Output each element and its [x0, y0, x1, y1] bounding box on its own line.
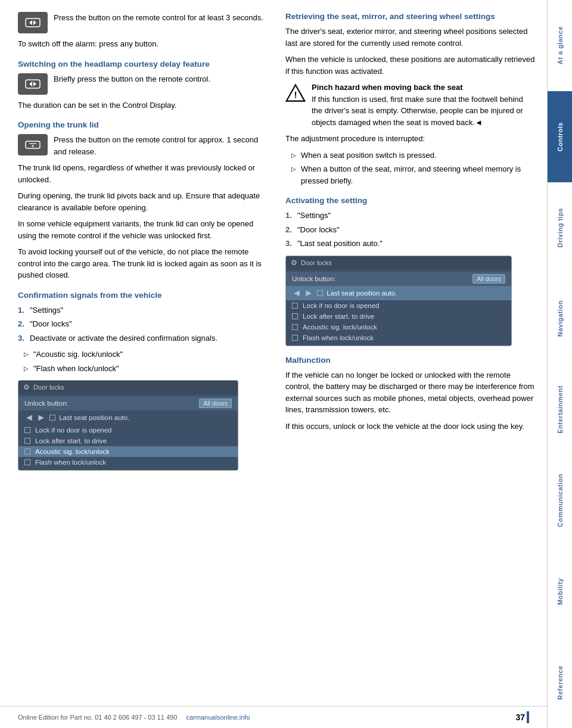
activating-steps: 1. "Settings" 2. "Door locks" 3. "Last s…: [285, 210, 535, 250]
sidebar-label-navigation: Navigation: [557, 300, 564, 337]
sidebar-item-controls[interactable]: Controls: [548, 91, 572, 182]
confirmation-step-3: 3. Deactivate or activate the desired co…: [18, 332, 268, 344]
page-number: 37: [515, 713, 525, 722]
screen-right-title-bar: ⚙ Door locks: [286, 256, 511, 269]
checkbox-3: [24, 449, 30, 455]
screen-left-body: Unlock button: All doors ◄ ► Last seat p…: [18, 394, 238, 470]
nav-arrows-left: ◄ ►: [24, 412, 46, 423]
svg-text:!: !: [294, 90, 297, 100]
r-checkbox-2: [292, 313, 298, 319]
trunk-instruction-text: Press the button on the remote control f…: [54, 134, 268, 157]
confirmation-bullet-2: "Flash when lock/unlock": [24, 363, 268, 375]
headlamp-section-title: Switching on the headlamp courtesy delay…: [18, 60, 268, 69]
confirmation-step-1: 1. "Settings": [18, 304, 268, 316]
confirmation-step-2: 2. "Door locks": [18, 318, 268, 330]
confirmation-section-title: Confirmation signals from the vehicle: [18, 291, 268, 300]
alarm-off-text: To switch off the alarm: press any butto…: [18, 38, 268, 50]
screen-right-unlock-row: Unlock button: All doors: [286, 272, 511, 286]
adjustment-bullets: When a seat position switch is pressed. …: [291, 150, 535, 187]
headlamp-icon: [24, 77, 41, 91]
remote-icon: [24, 16, 41, 29]
headlamp-instruction-text: Briefly press the button on the remote c…: [54, 73, 210, 85]
remote-press-instruction: Press the button on the remote control f…: [18, 12, 268, 33]
headlamp-icon-row: Briefly press the button on the remote c…: [18, 73, 268, 95]
svg-rect-3: [26, 80, 40, 88]
sidebar-label-entertainment: Entertainment: [557, 385, 564, 433]
sidebar-label-at-a-glance: At a glance: [557, 26, 564, 64]
screen-left-row-2: Lock after start. to drive: [18, 435, 238, 446]
r-checkbox-4: [292, 335, 298, 341]
screen-left-row-4: Flash when lock/unlock: [18, 457, 238, 468]
sidebar-label-reference: Reference: [557, 665, 564, 700]
trunk-section-title: Opening the trunk lid: [18, 120, 268, 129]
screen-left-row-0: ◄ ► Last seat position auto.: [18, 410, 238, 425]
activating-step-3: 3. "Last seat position auto.": [285, 238, 535, 250]
nav-arrows-right: ◄ ►: [292, 288, 313, 298]
screen-right-row-3: Acoustic sig. lock/unlock: [286, 322, 511, 332]
warning-text-block: Pinch hazard when moving back the seat I…: [312, 82, 535, 128]
screen-right-row-4: Flash when lock/unlock: [286, 332, 511, 343]
svg-marker-1: [29, 20, 32, 25]
online-edition-text: Online Edition for Part no. 01 40 2 606 …: [18, 714, 250, 721]
page-number-bar: [527, 711, 529, 723]
screen-left-row-1: Lock if no door is opened: [18, 425, 238, 435]
sidebar-label-mobility: Mobility: [557, 578, 564, 605]
trunk-icon-row: Press the button on the remote control f…: [18, 134, 268, 157]
activating-section-title: Activating the setting: [285, 196, 535, 205]
confirmation-bullet-1: "Acoustic sig. lock/unlock": [24, 349, 268, 360]
retrieving-p1: The driver's seat, exterior mirror, and …: [285, 26, 535, 49]
screen-left-row-3: Acoustic sig. lock/unlock: [18, 446, 238, 457]
screen-left-icon: ⚙: [23, 383, 30, 391]
sidebar-item-entertainment[interactable]: Entertainment: [548, 364, 572, 455]
confirmation-bullets: "Acoustic sig. lock/unlock" "Flash when …: [24, 349, 268, 374]
screen-left-unlock-row: Unlock button: All doors: [18, 396, 238, 410]
checkbox-0: [49, 415, 55, 421]
headlamp-duration-note: The duration can be set in the Control D…: [18, 99, 268, 111]
sidebar-item-mobility[interactable]: Mobility: [548, 546, 572, 637]
headlamp-icon-box: [18, 73, 48, 95]
sidebar-label-communication: Communication: [557, 474, 564, 527]
screen-right-row-2: Lock after start. to drive: [286, 311, 511, 322]
screen-right-row-1: Lock if no door is opened: [286, 300, 511, 311]
remote-icon-box: [18, 12, 48, 33]
svg-marker-4: [29, 82, 32, 86]
screen-left-title-bar: ⚙ Door locks: [18, 381, 238, 394]
warning-box: ! Pinch hazard when moving back the seat…: [285, 82, 535, 128]
trunk-p4: To avoid locking yourself out of the veh…: [18, 246, 268, 281]
screen-right: ⚙ Door locks Unlock button: All doors ◄ …: [285, 256, 512, 346]
svg-marker-5: [33, 82, 36, 86]
screen-right-body: Unlock button: All doors ◄ ► Last seat p…: [286, 269, 511, 346]
sidebar-item-driving-tips[interactable]: Driving tips: [548, 182, 572, 273]
malfunction-section-title: Malfunction: [285, 356, 535, 365]
adjustment-bullet-2: When a button of the seat, mirror, and s…: [291, 163, 535, 186]
malfunction-p2: If this occurs, unlock or lock the vehic…: [285, 421, 535, 433]
adjustment-bullet-1: When a seat position switch is pressed.: [291, 150, 535, 161]
malfunction-p1: If the vehicle can no longer be locked o…: [285, 369, 535, 416]
screen-left: ⚙ Door locks Unlock button: All doors ◄ …: [18, 380, 238, 471]
adjustment-interrupted-title: The adjustment procedure is interrupted:: [285, 133, 535, 145]
checkbox-4: [24, 459, 30, 465]
confirmation-steps: 1. "Settings" 2. "Door locks" 3. Deactiv…: [18, 304, 268, 344]
sidebar-item-navigation[interactable]: Navigation: [548, 273, 572, 364]
svg-marker-2: [33, 20, 36, 25]
svg-point-8: [32, 145, 34, 147]
sidebar-item-communication[interactable]: Communication: [548, 455, 572, 546]
r-checkbox-1: [292, 303, 298, 309]
checkbox-2: [24, 438, 30, 444]
activating-step-2: 2. "Door locks": [285, 224, 535, 236]
trunk-p1: The trunk lid opens, regardless of wheth…: [18, 162, 268, 185]
sidebar-item-reference[interactable]: Reference: [548, 637, 572, 728]
warning-triangle-icon: !: [285, 83, 306, 103]
checkbox-1: [24, 427, 30, 433]
sidebar-item-at-a-glance[interactable]: At a glance: [548, 0, 572, 91]
retrieving-section-title: Retrieving the seat, mirror, and steerin…: [285, 12, 535, 21]
screen-right-icon: ⚙: [291, 259, 297, 267]
sidebar: At a glance Controls Driving tips Naviga…: [547, 0, 572, 728]
page-footer: Online Edition for Part no. 01 40 2 606 …: [0, 706, 547, 728]
warning-title: Pinch hazard when moving back the seat: [312, 82, 535, 94]
svg-rect-6: [26, 141, 40, 148]
trunk-icon: [24, 138, 41, 151]
retrieving-p2: When the vehicle is unlocked, these posi…: [285, 54, 535, 77]
r-checkbox-0: [317, 290, 323, 296]
activating-step-1: 1. "Settings": [285, 210, 535, 222]
